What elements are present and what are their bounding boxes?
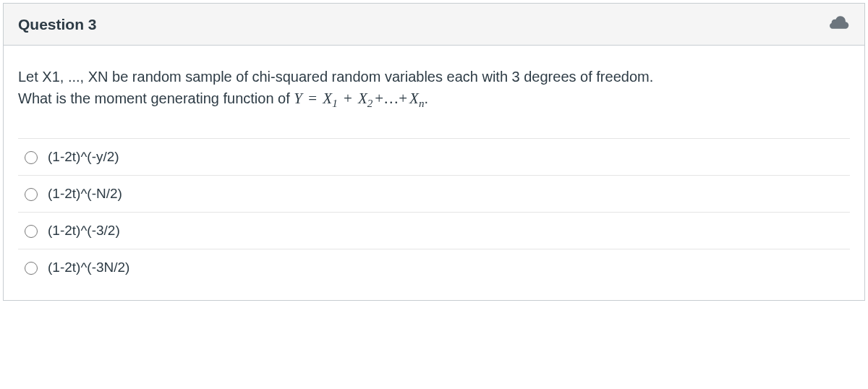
math-x2: X (358, 90, 367, 107)
question-title: Question 3 (18, 16, 97, 33)
math-period: . (424, 90, 428, 106)
question-text: Let X1, ..., XN be random sample of chi-… (18, 66, 850, 112)
option-row[interactable]: (1-2t)^(-3N/2) (18, 249, 850, 286)
option-radio[interactable] (25, 188, 38, 201)
option-label: (1-2t)^(-y/2) (48, 149, 119, 165)
options-list: (1-2t)^(-y/2) (1-2t)^(-N/2) (1-2t)^(-3/2… (18, 138, 850, 286)
option-label: (1-2t)^(-3N/2) (48, 260, 129, 275)
math-plus1: + (340, 90, 356, 107)
option-row[interactable]: (1-2t)^(-3/2) (18, 212, 850, 249)
math-sub1: 1 (332, 98, 338, 109)
math-y: Y (294, 90, 302, 107)
option-radio[interactable] (25, 262, 38, 275)
cloud-icon (830, 15, 850, 33)
question-container: Question 3 Let X1, ..., XN be random sam… (3, 3, 865, 301)
math-xn: X (409, 90, 419, 107)
question-line-2-prefix: What is the moment generating function o… (18, 90, 294, 106)
option-radio[interactable] (25, 151, 38, 164)
option-label: (1-2t)^(-N/2) (48, 186, 122, 202)
question-line-1: Let X1, ..., XN be random sample of chi-… (18, 69, 653, 85)
option-row[interactable]: (1-2t)^(-y/2) (18, 138, 850, 175)
math-dots: +…+ (375, 90, 407, 107)
question-body: Let X1, ..., XN be random sample of chi-… (4, 46, 864, 300)
option-row[interactable]: (1-2t)^(-N/2) (18, 175, 850, 212)
math-x1: X (323, 90, 332, 107)
option-label: (1-2t)^(-3/2) (48, 223, 120, 239)
math-equals: = (305, 90, 320, 107)
question-header: Question 3 (4, 4, 864, 46)
math-sub2: 2 (367, 98, 373, 109)
option-radio[interactable] (25, 225, 38, 238)
